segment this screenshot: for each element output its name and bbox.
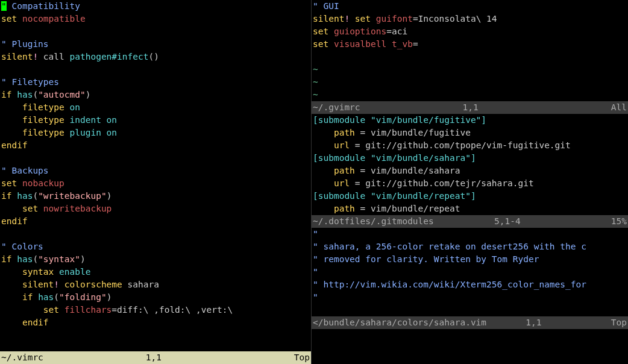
gitmodules-scroll: 15% (611, 215, 627, 228)
code-line[interactable]: if has("folding") (1, 291, 310, 304)
code-line[interactable]: syntax enable (1, 266, 310, 278)
code-line[interactable]: " (313, 266, 627, 278)
gvimrc-scroll: All (611, 101, 627, 114)
gvimrc-filename: ~/.gvimrc (313, 101, 360, 114)
sahara-cursor-pos: 1,1 (526, 316, 571, 329)
sahara-scroll: Top (611, 316, 627, 329)
code-line[interactable]: ~ (313, 63, 627, 76)
sahara-editor[interactable]: "" sahara, a 256-color retake on desert2… (312, 228, 628, 316)
code-line[interactable]: endif (1, 316, 310, 329)
code-line[interactable]: " sahara, a 256-color retake on desert25… (313, 240, 627, 253)
code-line[interactable]: silent! call pathogen#infect() (1, 51, 310, 63)
right-pane[interactable]: " GUIsilent! set guifont=Inconsolata\ 14… (312, 0, 628, 364)
right-pane-sahara[interactable]: "" sahara, a 256-color retake on desert2… (312, 228, 628, 364)
sahara-filename: </bundle/sahara/colors/sahara.vim (313, 316, 486, 329)
cursor: " (1, 1, 7, 11)
code-line[interactable] (313, 304, 627, 316)
left-pane[interactable]: " Compatibilityset nocompatible " Plugin… (0, 0, 312, 364)
code-line[interactable]: [submodule "vim/bundle/sahara"] (313, 152, 627, 165)
code-line[interactable]: if has("autocmd") (1, 89, 310, 101)
left-editor[interactable]: " Compatibilityset nocompatible " Plugin… (0, 0, 311, 329)
code-line[interactable]: ~ (313, 89, 627, 101)
code-line[interactable]: filetype plugin on (1, 127, 310, 139)
gvimrc-cursor-pos: 1,1 (463, 101, 509, 114)
code-line[interactable]: path = vim/bundle/repeat (313, 202, 627, 215)
code-line[interactable]: " http://vim.wikia.com/wiki/Xterm256_col… (313, 278, 627, 291)
code-line[interactable]: set nobackup (1, 177, 310, 190)
code-line[interactable]: silent! colorscheme sahara (1, 278, 310, 291)
code-line[interactable] (1, 63, 310, 76)
code-line[interactable]: url = git://github.com/tpope/vim-fugitiv… (313, 139, 627, 152)
code-line[interactable] (1, 228, 310, 240)
gitmodules-editor[interactable]: [submodule "vim/bundle/fugitive"] path =… (312, 114, 628, 215)
right-pane-gvimrc[interactable]: " GUIsilent! set guifont=Inconsolata\ 14… (312, 0, 628, 114)
code-line[interactable] (1, 25, 310, 38)
code-line[interactable]: path = vim/bundle/sahara (313, 165, 627, 177)
code-line[interactable] (1, 152, 310, 165)
code-line[interactable]: " Plugins (1, 38, 310, 51)
gitmodules-filename: ~/.dotfiles/.gitmodules (313, 215, 434, 228)
code-line[interactable] (313, 51, 627, 63)
code-line[interactable]: " Compatibility (1, 0, 310, 13)
code-line[interactable]: " (313, 291, 627, 304)
code-line[interactable]: [submodule "vim/bundle/fugitive"] (313, 114, 627, 127)
code-line[interactable]: path = vim/bundle/fugitive (313, 127, 627, 139)
left-cursor-pos: 1,1 (146, 351, 192, 364)
left-statusbar: ~/.vimrc 1,1 Top (0, 351, 311, 364)
code-line[interactable]: " Backups (1, 165, 310, 177)
sahara-statusbar: </bundle/sahara/colors/sahara.vim 1,1 To… (312, 316, 628, 329)
code-line[interactable]: " (313, 228, 627, 240)
code-line[interactable]: " Colors (1, 240, 310, 253)
code-line[interactable]: if has("syntax") (1, 253, 310, 266)
code-line[interactable]: " GUI (313, 0, 627, 13)
code-line[interactable]: filetype indent on (1, 114, 310, 127)
code-line[interactable]: set nocompatible (1, 13, 310, 25)
code-line[interactable]: ~ (313, 76, 627, 89)
code-line[interactable]: " Filetypes (1, 76, 310, 89)
gvimrc-editor[interactable]: " GUIsilent! set guifont=Inconsolata\ 14… (312, 0, 628, 101)
gvimrc-statusbar: ~/.gvimrc 1,1 All (312, 101, 628, 114)
code-line[interactable]: set visualbell t_vb= (313, 38, 627, 51)
right-pane-gitmodules[interactable]: [submodule "vim/bundle/fugitive"] path =… (312, 114, 628, 228)
code-line[interactable]: set fillchars=diff:\ ,fold:\ ,vert:\ (1, 304, 310, 316)
code-line[interactable]: filetype on (1, 101, 310, 114)
left-scroll: Top (294, 351, 310, 364)
code-line[interactable]: endif (1, 215, 310, 228)
code-line[interactable]: endif (1, 139, 310, 152)
code-line[interactable]: set guioptions=aci (313, 25, 627, 38)
code-line[interactable]: set nowritebackup (1, 202, 310, 215)
code-line[interactable]: silent! set guifont=Inconsolata\ 14 (313, 13, 627, 25)
code-line[interactable]: [submodule "vim/bundle/repeat"] (313, 190, 627, 202)
code-line[interactable]: if has("writebackup") (1, 190, 310, 202)
code-line[interactable]: url = git://github.com/tejr/sahara.git (313, 177, 627, 190)
left-filename: ~/.vimrc (1, 351, 43, 364)
gitmodules-statusbar: ~/.dotfiles/.gitmodules 5,1-4 15% (312, 215, 628, 228)
code-line[interactable]: " removed for clarity. Written by Tom Ry… (313, 253, 627, 266)
gitmodules-cursor-pos: 5,1-4 (494, 215, 551, 228)
